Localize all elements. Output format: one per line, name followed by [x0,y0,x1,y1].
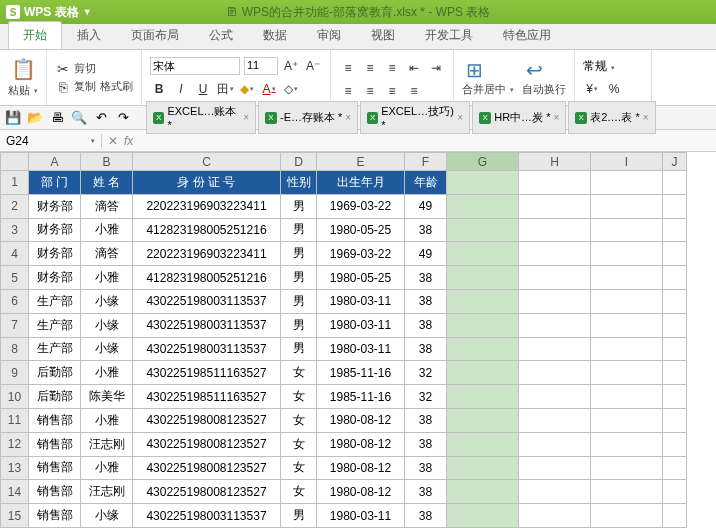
clear-format-button[interactable]: ◇▾ [282,80,300,98]
cell[interactable]: 男 [281,504,317,528]
col-header-D[interactable]: D [281,153,317,171]
cell[interactable] [591,385,663,409]
col-header-A[interactable]: A [29,153,81,171]
cell[interactable] [519,408,591,432]
select-all-cell[interactable] [1,153,29,171]
cell[interactable]: 汪志刚 [81,480,133,504]
cell[interactable]: 1980-05-25 [317,218,405,242]
cell[interactable]: 女 [281,361,317,385]
cell[interactable] [591,171,663,195]
cell[interactable] [447,242,519,266]
cell[interactable] [519,337,591,361]
cell[interactable] [447,432,519,456]
cell[interactable] [519,480,591,504]
cell[interactable]: 销售部 [29,408,81,432]
cell[interactable]: 32 [405,361,447,385]
row-header-7[interactable]: 7 [1,313,29,337]
font-color-button[interactable]: A▾ [260,80,278,98]
close-icon[interactable]: × [243,112,249,123]
cell[interactable] [519,266,591,290]
save-icon[interactable]: 💾 [4,109,22,127]
paste-label[interactable]: 粘贴▾ [8,83,38,98]
cell[interactable]: 男 [281,289,317,313]
cell[interactable]: 38 [405,266,447,290]
font-size-select[interactable]: 11 [244,57,278,75]
cell[interactable]: 小雅 [81,456,133,480]
cell[interactable]: 1980-08-12 [317,432,405,456]
undo-icon[interactable]: ↶ [92,109,110,127]
cell[interactable] [519,361,591,385]
copy-button[interactable]: ⎘复制 [55,79,96,95]
cell[interactable]: 220223196903223411 [133,242,281,266]
cell[interactable]: 男 [281,194,317,218]
cell[interactable] [663,480,687,504]
cell[interactable]: 1980-03-11 [317,337,405,361]
cell[interactable] [447,313,519,337]
print-icon[interactable]: 🖶 [48,109,66,127]
header-cell[interactable]: 身 份 证 号 [133,171,281,195]
cell[interactable]: 男 [281,337,317,361]
cell[interactable] [663,313,687,337]
close-icon[interactable]: × [643,112,649,123]
align-middle-icon[interactable]: ≡ [361,59,379,77]
cell[interactable]: 销售部 [29,432,81,456]
cell[interactable]: 1980-03-11 [317,289,405,313]
indent-left-icon[interactable]: ⇤ [405,59,423,77]
cell[interactable]: 38 [405,504,447,528]
cell[interactable]: 陈美华 [81,385,133,409]
currency-icon[interactable]: ¥▾ [583,80,601,98]
cell[interactable]: 财务部 [29,218,81,242]
cell[interactable]: 430225198511163527 [133,361,281,385]
cell[interactable] [591,504,663,528]
ribbon-tab-2[interactable]: 页面布局 [116,21,194,49]
header-cell[interactable]: 部 门 [29,171,81,195]
row-header-13[interactable]: 13 [1,456,29,480]
preview-icon[interactable]: 🔍 [70,109,88,127]
col-header-J[interactable]: J [663,153,687,171]
cell[interactable]: 小缘 [81,337,133,361]
cell[interactable]: 财务部 [29,242,81,266]
cell[interactable]: 430225198003113537 [133,337,281,361]
cell[interactable]: 38 [405,218,447,242]
cell[interactable] [519,218,591,242]
cell[interactable] [663,385,687,409]
number-format-select[interactable]: 常规 ▾ [583,58,643,75]
cell[interactable]: 38 [405,432,447,456]
cell[interactable] [447,171,519,195]
cell[interactable]: 412823198005251216 [133,266,281,290]
row-header-3[interactable]: 3 [1,218,29,242]
cell[interactable]: 汪志刚 [81,432,133,456]
decrease-font-icon[interactable]: A⁻ [304,57,322,75]
row-header-15[interactable]: 15 [1,504,29,528]
col-header-I[interactable]: I [591,153,663,171]
app-menu-dropdown-icon[interactable]: ▼ [83,7,92,17]
cell[interactable] [663,408,687,432]
ribbon-tab-8[interactable]: 特色应用 [488,21,566,49]
cell[interactable]: 430225198003113537 [133,504,281,528]
cell[interactable] [447,289,519,313]
cell[interactable]: 男 [281,242,317,266]
close-icon[interactable]: × [457,112,463,123]
cell[interactable] [447,194,519,218]
header-cell[interactable]: 性别 [281,171,317,195]
align-left-icon[interactable]: ≡ [339,82,357,100]
cell[interactable] [519,289,591,313]
cell[interactable]: 小雅 [81,361,133,385]
cell[interactable]: 销售部 [29,456,81,480]
cell[interactable]: 430225198008123527 [133,456,281,480]
col-header-F[interactable]: F [405,153,447,171]
bold-button[interactable]: B [150,80,168,98]
col-header-H[interactable]: H [519,153,591,171]
cell[interactable] [447,361,519,385]
cell[interactable]: 1985-11-16 [317,361,405,385]
cell[interactable] [591,361,663,385]
cell[interactable] [519,171,591,195]
cell[interactable]: 生产部 [29,313,81,337]
cell[interactable] [663,266,687,290]
row-header-8[interactable]: 8 [1,337,29,361]
cell[interactable] [663,337,687,361]
doc-tab-4[interactable]: X表2.…表 *× [568,101,655,134]
cell[interactable] [447,456,519,480]
cell[interactable] [663,289,687,313]
ribbon-tab-7[interactable]: 开发工具 [410,21,488,49]
